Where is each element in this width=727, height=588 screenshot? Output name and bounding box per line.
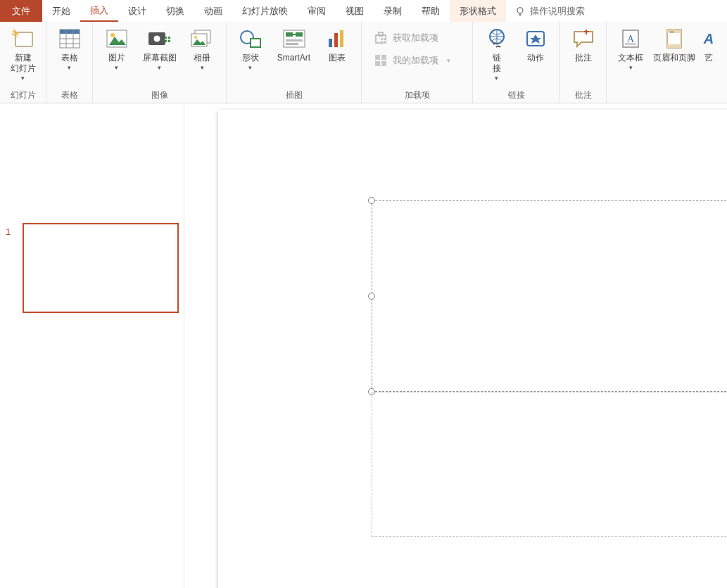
tab-home[interactable]: 开始 [42, 0, 80, 22]
picture-button[interactable]: 图片 ▾ [97, 25, 136, 72]
tab-help[interactable]: 帮助 [412, 0, 450, 22]
group-addins: 获取加载项 我的加载项 ▾ 加载项 [362, 22, 473, 103]
screenshot-label: 屏幕截图 [143, 53, 177, 63]
dropdown-arrow-icon: ▾ [68, 64, 71, 71]
svg-rect-22 [334, 33, 338, 47]
album-button[interactable]: 相册 ▾ [183, 25, 222, 72]
chart-icon [327, 29, 347, 49]
shapes-label: 形状 [242, 53, 259, 63]
get-addins-button[interactable]: 获取加载项 [369, 29, 456, 47]
addins-icon [374, 54, 387, 67]
new-slide-button[interactable]: 新建 幻灯片 ▾ [4, 25, 42, 83]
svg-rect-38 [667, 30, 681, 33]
group-comments: 批注 批注 [560, 22, 607, 103]
thumbnail-pane[interactable]: 1 [0, 103, 184, 588]
shapes-button[interactable]: 形状 ▾ [231, 25, 270, 72]
resize-handle-nw[interactable] [368, 197, 375, 204]
slide-editor[interactable]: 单击此 [184, 103, 727, 588]
group-text: A 文本框 ▾ xx 页眉和页脚 [607, 22, 727, 103]
table-button[interactable]: 表格 ▾ [51, 25, 88, 72]
tab-transitions[interactable]: 切换 [156, 0, 194, 22]
tell-me-search[interactable]: 操作说明搜索 [506, 0, 593, 22]
workspace: 1 单击此 [0, 103, 727, 588]
new-slide-icon [11, 28, 35, 49]
group-text-label [607, 89, 727, 103]
group-images-label: 图像 [93, 89, 226, 103]
svg-rect-17 [286, 32, 293, 37]
smartart-button[interactable]: SmartArt [270, 25, 318, 65]
group-slides-label: 幻灯片 [0, 89, 46, 103]
group-tables-label: 表格 [46, 89, 92, 103]
picture-icon [106, 30, 127, 48]
ribbon: 新建 幻灯片 ▾ 幻灯片 表格 ▾ 表格 [0, 22, 727, 103]
svg-point-13 [194, 36, 197, 39]
group-comments-label: 批注 [560, 89, 606, 103]
svg-rect-30 [381, 61, 386, 66]
slide-thumbnail-1[interactable] [23, 223, 179, 313]
resize-handle-w[interactable] [368, 293, 375, 300]
svg-rect-29 [375, 61, 380, 66]
svg-text:A: A [703, 31, 714, 46]
link-button[interactable]: 链 接 ▾ [477, 25, 517, 83]
smartart-icon [283, 30, 305, 48]
svg-rect-39 [667, 44, 681, 48]
header-footer-label: 页眉和页脚 [653, 53, 695, 63]
lightbulb-icon [514, 6, 526, 17]
group-tables: 表格 ▾ 表格 [46, 22, 93, 103]
screenshot-button[interactable]: 屏幕截图 ▾ [136, 25, 183, 72]
comment-label: 批注 [575, 53, 592, 63]
action-button[interactable]: 动作 [517, 25, 556, 65]
tab-design[interactable]: 设计 [118, 0, 156, 22]
my-addins-label: 我的加载项 [393, 54, 438, 67]
svg-rect-15 [251, 39, 260, 47]
dropdown-arrow-icon: ▾ [629, 64, 633, 71]
svg-point-6 [110, 33, 115, 37]
chart-button[interactable]: 图表 [317, 25, 357, 65]
svg-point-0 [517, 7, 523, 13]
tab-insert[interactable]: 插入 [80, 0, 118, 22]
wordart-label: 艺 [704, 53, 713, 63]
action-label: 动作 [527, 53, 544, 63]
ribbon-tabs: 文件 开始 插入 设计 切换 动画 幻灯片放映 审阅 视图 录制 帮助 形状格式… [0, 0, 727, 22]
svg-rect-27 [375, 55, 380, 60]
textbox-icon: A [621, 29, 640, 49]
chart-label: 图表 [329, 53, 346, 63]
wordart-button[interactable]: A 艺 [698, 25, 719, 65]
tab-slideshow[interactable]: 幻灯片放映 [232, 0, 298, 22]
dropdown-arrow-icon: ▾ [158, 64, 161, 71]
dropdown-arrow-icon: ▾ [495, 75, 498, 82]
album-label: 相册 [194, 53, 210, 63]
wordart-icon: A [701, 30, 716, 48]
tab-review[interactable]: 审阅 [298, 0, 336, 22]
tab-animations[interactable]: 动画 [194, 0, 232, 22]
svg-rect-18 [296, 32, 303, 37]
dropdown-arrow-icon: ▾ [447, 57, 450, 64]
svg-rect-23 [340, 30, 343, 47]
thumbnail-number: 1 [6, 226, 11, 237]
tab-shape-format[interactable]: 形状格式 [450, 0, 506, 22]
tab-record[interactable]: 录制 [374, 0, 412, 22]
group-illustrations-label: 插图 [227, 89, 361, 103]
comment-button[interactable]: 批注 [564, 25, 602, 65]
dropdown-arrow-icon: ▾ [21, 75, 25, 82]
title-placeholder[interactable] [372, 200, 727, 392]
my-addins-button[interactable]: 我的加载项 ▾ [369, 51, 456, 70]
tab-view[interactable]: 视图 [336, 0, 374, 22]
link-icon [486, 28, 507, 49]
dropdown-arrow-icon: ▾ [201, 64, 204, 71]
slide-canvas[interactable]: 单击此 [218, 110, 727, 588]
get-addins-label: 获取加载项 [393, 32, 438, 44]
svg-text:xx: xx [670, 30, 674, 34]
table-label: 表格 [61, 53, 78, 63]
textbox-button[interactable]: A 文本框 ▾ [611, 25, 650, 72]
album-icon [191, 30, 213, 48]
picture-label: 图片 [108, 53, 125, 63]
header-footer-button[interactable]: xx 页眉和页脚 [650, 25, 698, 65]
svg-rect-28 [381, 55, 386, 60]
svg-rect-20 [286, 43, 298, 45]
dropdown-arrow-icon: ▾ [115, 64, 118, 71]
svg-rect-36 [625, 43, 636, 45]
subtitle-placeholder[interactable]: 单击此 [372, 392, 727, 537]
group-images: 图片 ▾ 屏幕截图 ▾ [93, 22, 227, 103]
tab-file[interactable]: 文件 [0, 0, 42, 22]
